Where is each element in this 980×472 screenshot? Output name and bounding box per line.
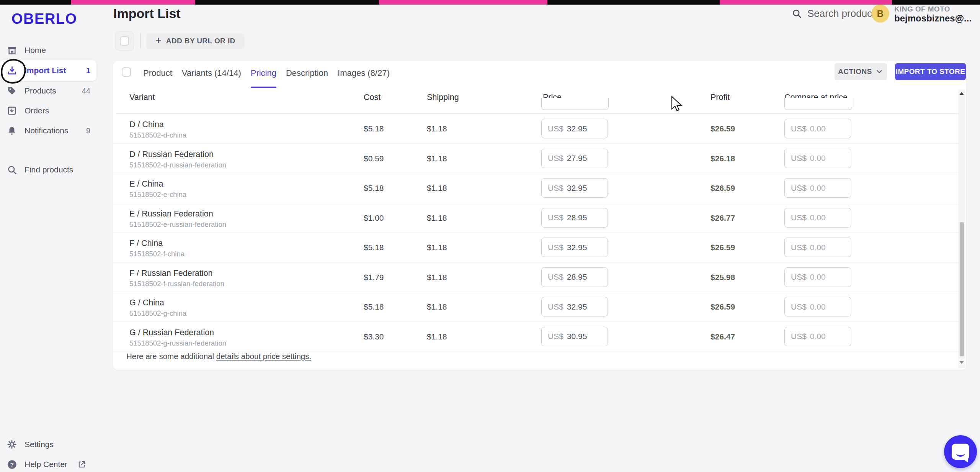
price-settings-note: Here are some additional details about p…: [126, 352, 311, 361]
table-row: E / Russian Federation 51518502-e-russia…: [113, 203, 966, 233]
shipping-value: $1.18: [427, 302, 447, 311]
partial-compare-input: [784, 98, 852, 110]
search-icon: [6, 164, 18, 175]
chat-button[interactable]: [944, 435, 977, 468]
import-icon: [6, 65, 18, 76]
profit-value: $26.59: [710, 302, 735, 311]
price-input[interactable]: US$28.95: [541, 208, 608, 228]
home-icon: [6, 45, 18, 56]
product-checkbox[interactable]: [122, 67, 131, 77]
variant-rows: D / China 51518502-d-china $5.18 $1.18 U…: [113, 114, 966, 351]
actions-button[interactable]: ACTIONS: [835, 63, 887, 80]
column-profit: Profit: [710, 93, 730, 102]
variant-name: F / Russian Federation: [129, 269, 213, 278]
compare-at-price-input[interactable]: US$0.00: [784, 208, 851, 228]
shipping-value: $1.18: [427, 154, 447, 163]
price-input[interactable]: US$32.95: [541, 297, 608, 316]
search-placeholder: Search products: [807, 8, 880, 20]
shipping-value: $1.18: [427, 213, 447, 223]
profit-value: $25.98: [710, 273, 735, 282]
price-input[interactable]: US$32.95: [541, 178, 608, 198]
select-all-checkbox[interactable]: [120, 36, 129, 46]
variant-sku: 51518502-g-russian-federation: [129, 339, 226, 347]
table-row: F / China 51518502-f-china $5.18 $1.18 U…: [113, 233, 966, 262]
tab-description[interactable]: Description: [286, 68, 328, 86]
sidebar: OBERLO Home Import List 1 Products 44: [0, 5, 113, 472]
sidebar-item-label: Home: [24, 46, 46, 55]
sidebar-item-count: 44: [82, 87, 96, 95]
sidebar-item-help-center[interactable]: ? Help Center: [0, 454, 96, 472]
sidebar-item-products[interactable]: Products 44: [0, 81, 96, 101]
compare-at-price-input[interactable]: US$0.00: [784, 238, 851, 257]
sidebar-nav: Home Import List 1 Products 44 Orders: [0, 40, 113, 180]
help-icon: ?: [6, 459, 18, 470]
profit-value: $26.47: [710, 332, 735, 341]
compare-at-price-input[interactable]: US$0.00: [784, 297, 851, 316]
orders-icon: [6, 105, 18, 116]
sidebar-footer: Settings ? Help Center: [0, 434, 113, 472]
tab-images-8-27[interactable]: Images (8/27): [338, 68, 390, 86]
price-input[interactable]: US$32.95: [541, 119, 608, 138]
avatar[interactable]: B: [871, 5, 889, 23]
scrollbar-down-arrow[interactable]: [959, 361, 964, 364]
price-input[interactable]: US$27.95: [541, 149, 608, 168]
variant-name: E / China: [129, 179, 163, 189]
bell-icon: [6, 125, 18, 136]
sidebar-item-count: 9: [86, 126, 96, 135]
product-tabs: Product Variants (14/14) Pricing Descrip…: [143, 68, 390, 86]
compare-at-price-input[interactable]: US$0.00: [784, 119, 851, 138]
sidebar-item-label: Products: [24, 86, 56, 95]
variant-name: E / Russian Federation: [129, 209, 213, 219]
cost-value: $0.59: [364, 154, 384, 163]
plus-icon: +: [155, 34, 162, 46]
variant-sku: 51518502-d-russian-federation: [129, 161, 226, 169]
compare-at-price-input[interactable]: US$0.00: [784, 267, 851, 287]
select-all-checkbox-wrap: [115, 31, 134, 51]
external-link-icon: [77, 460, 86, 469]
cost-value: $5.18: [364, 302, 384, 311]
compare-at-price-input[interactable]: US$0.00: [784, 178, 851, 198]
sidebar-item-orders[interactable]: Orders: [0, 101, 96, 121]
shipping-value: $1.18: [427, 332, 447, 341]
variant-sku: 51518502-e-china: [129, 190, 186, 199]
smile-icon: [956, 451, 965, 457]
import-to-store-button[interactable]: IMPORT TO STORE: [895, 63, 966, 80]
sidebar-item-settings[interactable]: Settings: [0, 434, 96, 454]
price-input[interactable]: US$30.95: [541, 327, 608, 346]
import-list-card: Product Variants (14/14) Pricing Descrip…: [113, 61, 966, 370]
chat-bubble-icon: [952, 444, 969, 460]
compare-at-price-input[interactable]: US$0.00: [784, 149, 851, 168]
sidebar-item-label: Settings: [24, 440, 54, 449]
variant-sku: 51518502-f-russian-federation: [129, 280, 224, 288]
column-shipping: Shipping: [427, 93, 459, 102]
scrollbar-up-arrow[interactable]: [959, 92, 964, 95]
profit-value: $26.18: [710, 154, 735, 163]
svg-text:?: ?: [10, 461, 13, 467]
chevron-down-icon: [875, 67, 884, 76]
tab-pricing[interactable]: Pricing: [251, 68, 276, 86]
table-row: D / Russian Federation 51518502-d-russia…: [113, 144, 966, 174]
add-by-url-button[interactable]: + ADD BY URL OR ID: [146, 33, 245, 49]
tab-product[interactable]: Product: [143, 68, 172, 86]
account-chevron-down-icon[interactable]: [954, 14, 962, 24]
oberlo-app: OBERLO Home Import List 1 Products 44: [0, 0, 980, 472]
cost-value: $5.18: [364, 184, 384, 193]
price-input[interactable]: US$32.95: [541, 238, 608, 257]
shipping-value: $1.18: [427, 243, 447, 252]
price-settings-link[interactable]: details about price settings.: [216, 352, 311, 361]
sidebar-item-notifications[interactable]: Notifications 9: [0, 121, 96, 141]
sidebar-item-label: Orders: [24, 106, 49, 115]
sidebar-item-import-list[interactable]: Import List 1: [0, 60, 96, 81]
price-input[interactable]: US$28.95: [541, 267, 608, 287]
sidebar-item-home[interactable]: Home: [0, 40, 96, 60]
tab-variants-14-14[interactable]: Variants (14/14): [182, 68, 241, 86]
variant-name: G / Russian Federation: [129, 328, 214, 338]
search-products[interactable]: Search products: [792, 8, 880, 20]
sidebar-item-find-products[interactable]: Find products: [0, 160, 96, 180]
shipping-value: $1.18: [427, 273, 447, 282]
cost-value: $5.18: [364, 243, 384, 252]
variant-sku: 51518502-d-china: [129, 131, 186, 139]
column-variant: Variant: [129, 93, 155, 102]
compare-at-price-input[interactable]: US$0.00: [784, 327, 851, 346]
scrollbar-thumb[interactable]: [960, 222, 964, 356]
